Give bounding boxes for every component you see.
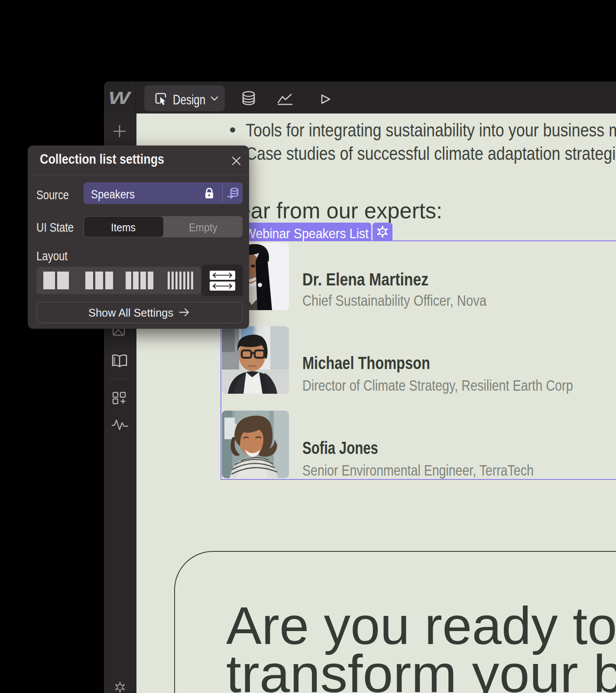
svg-text:W: W: [110, 92, 132, 105]
